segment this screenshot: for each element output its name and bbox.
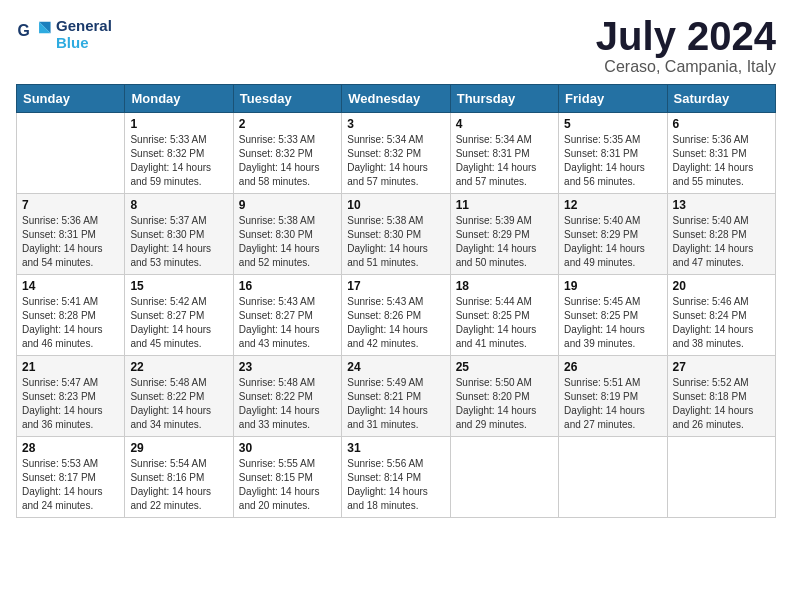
day-number: 6: [673, 117, 770, 131]
calendar-body: 1Sunrise: 5:33 AM Sunset: 8:32 PM Daylig…: [17, 113, 776, 518]
day-number: 14: [22, 279, 119, 293]
day-info: Sunrise: 5:36 AM Sunset: 8:31 PM Dayligh…: [22, 214, 119, 270]
calendar-cell: 19Sunrise: 5:45 AM Sunset: 8:25 PM Dayli…: [559, 275, 667, 356]
calendar-cell: 15Sunrise: 5:42 AM Sunset: 8:27 PM Dayli…: [125, 275, 233, 356]
calendar-cell: 24Sunrise: 5:49 AM Sunset: 8:21 PM Dayli…: [342, 356, 450, 437]
calendar-cell: 20Sunrise: 5:46 AM Sunset: 8:24 PM Dayli…: [667, 275, 775, 356]
header: G General Blue July 2024 Ceraso, Campani…: [16, 16, 776, 76]
day-number: 23: [239, 360, 336, 374]
calendar-cell: 3Sunrise: 5:34 AM Sunset: 8:32 PM Daylig…: [342, 113, 450, 194]
calendar-cell: 26Sunrise: 5:51 AM Sunset: 8:19 PM Dayli…: [559, 356, 667, 437]
day-info: Sunrise: 5:44 AM Sunset: 8:25 PM Dayligh…: [456, 295, 553, 351]
day-number: 27: [673, 360, 770, 374]
day-header-thursday: Thursday: [450, 85, 558, 113]
calendar-cell: 4Sunrise: 5:34 AM Sunset: 8:31 PM Daylig…: [450, 113, 558, 194]
day-header-monday: Monday: [125, 85, 233, 113]
day-info: Sunrise: 5:45 AM Sunset: 8:25 PM Dayligh…: [564, 295, 661, 351]
day-number: 31: [347, 441, 444, 455]
day-number: 11: [456, 198, 553, 212]
calendar-cell: 17Sunrise: 5:43 AM Sunset: 8:26 PM Dayli…: [342, 275, 450, 356]
day-info: Sunrise: 5:33 AM Sunset: 8:32 PM Dayligh…: [130, 133, 227, 189]
calendar-cell: 8Sunrise: 5:37 AM Sunset: 8:30 PM Daylig…: [125, 194, 233, 275]
day-number: 24: [347, 360, 444, 374]
day-info: Sunrise: 5:34 AM Sunset: 8:31 PM Dayligh…: [456, 133, 553, 189]
day-info: Sunrise: 5:50 AM Sunset: 8:20 PM Dayligh…: [456, 376, 553, 432]
calendar-title: July 2024: [596, 16, 776, 56]
day-number: 9: [239, 198, 336, 212]
day-info: Sunrise: 5:43 AM Sunset: 8:26 PM Dayligh…: [347, 295, 444, 351]
day-number: 10: [347, 198, 444, 212]
day-info: Sunrise: 5:53 AM Sunset: 8:17 PM Dayligh…: [22, 457, 119, 513]
day-header-tuesday: Tuesday: [233, 85, 341, 113]
calendar-week-4: 21Sunrise: 5:47 AM Sunset: 8:23 PM Dayli…: [17, 356, 776, 437]
day-info: Sunrise: 5:38 AM Sunset: 8:30 PM Dayligh…: [239, 214, 336, 270]
day-number: 13: [673, 198, 770, 212]
logo-icon: G: [16, 16, 52, 52]
calendar-cell: 23Sunrise: 5:48 AM Sunset: 8:22 PM Dayli…: [233, 356, 341, 437]
day-info: Sunrise: 5:34 AM Sunset: 8:32 PM Dayligh…: [347, 133, 444, 189]
logo: G General Blue: [16, 16, 112, 52]
day-info: Sunrise: 5:54 AM Sunset: 8:16 PM Dayligh…: [130, 457, 227, 513]
calendar-cell: 31Sunrise: 5:56 AM Sunset: 8:14 PM Dayli…: [342, 437, 450, 518]
day-number: 7: [22, 198, 119, 212]
calendar-cell: 25Sunrise: 5:50 AM Sunset: 8:20 PM Dayli…: [450, 356, 558, 437]
calendar-week-1: 1Sunrise: 5:33 AM Sunset: 8:32 PM Daylig…: [17, 113, 776, 194]
calendar-header-row: SundayMondayTuesdayWednesdayThursdayFrid…: [17, 85, 776, 113]
day-number: 5: [564, 117, 661, 131]
day-info: Sunrise: 5:49 AM Sunset: 8:21 PM Dayligh…: [347, 376, 444, 432]
calendar-cell: [667, 437, 775, 518]
calendar-cell: 2Sunrise: 5:33 AM Sunset: 8:32 PM Daylig…: [233, 113, 341, 194]
day-number: 21: [22, 360, 119, 374]
calendar-cell: [559, 437, 667, 518]
day-number: 22: [130, 360, 227, 374]
day-number: 30: [239, 441, 336, 455]
calendar-cell: 12Sunrise: 5:40 AM Sunset: 8:29 PM Dayli…: [559, 194, 667, 275]
day-number: 1: [130, 117, 227, 131]
day-number: 15: [130, 279, 227, 293]
calendar-week-2: 7Sunrise: 5:36 AM Sunset: 8:31 PM Daylig…: [17, 194, 776, 275]
day-info: Sunrise: 5:38 AM Sunset: 8:30 PM Dayligh…: [347, 214, 444, 270]
day-info: Sunrise: 5:40 AM Sunset: 8:29 PM Dayligh…: [564, 214, 661, 270]
calendar-week-5: 28Sunrise: 5:53 AM Sunset: 8:17 PM Dayli…: [17, 437, 776, 518]
day-info: Sunrise: 5:47 AM Sunset: 8:23 PM Dayligh…: [22, 376, 119, 432]
day-info: Sunrise: 5:55 AM Sunset: 8:15 PM Dayligh…: [239, 457, 336, 513]
day-number: 2: [239, 117, 336, 131]
calendar-cell: 1Sunrise: 5:33 AM Sunset: 8:32 PM Daylig…: [125, 113, 233, 194]
day-number: 3: [347, 117, 444, 131]
calendar-cell: 29Sunrise: 5:54 AM Sunset: 8:16 PM Dayli…: [125, 437, 233, 518]
day-info: Sunrise: 5:40 AM Sunset: 8:28 PM Dayligh…: [673, 214, 770, 270]
calendar-cell: [17, 113, 125, 194]
day-info: Sunrise: 5:37 AM Sunset: 8:30 PM Dayligh…: [130, 214, 227, 270]
calendar-cell: 22Sunrise: 5:48 AM Sunset: 8:22 PM Dayli…: [125, 356, 233, 437]
calendar-cell: 5Sunrise: 5:35 AM Sunset: 8:31 PM Daylig…: [559, 113, 667, 194]
calendar-cell: 16Sunrise: 5:43 AM Sunset: 8:27 PM Dayli…: [233, 275, 341, 356]
day-info: Sunrise: 5:43 AM Sunset: 8:27 PM Dayligh…: [239, 295, 336, 351]
day-info: Sunrise: 5:51 AM Sunset: 8:19 PM Dayligh…: [564, 376, 661, 432]
day-info: Sunrise: 5:36 AM Sunset: 8:31 PM Dayligh…: [673, 133, 770, 189]
calendar-cell: 28Sunrise: 5:53 AM Sunset: 8:17 PM Dayli…: [17, 437, 125, 518]
day-info: Sunrise: 5:52 AM Sunset: 8:18 PM Dayligh…: [673, 376, 770, 432]
logo-text: General Blue: [56, 17, 112, 51]
day-number: 12: [564, 198, 661, 212]
calendar-cell: [450, 437, 558, 518]
day-number: 26: [564, 360, 661, 374]
day-info: Sunrise: 5:48 AM Sunset: 8:22 PM Dayligh…: [239, 376, 336, 432]
calendar-week-3: 14Sunrise: 5:41 AM Sunset: 8:28 PM Dayli…: [17, 275, 776, 356]
day-info: Sunrise: 5:33 AM Sunset: 8:32 PM Dayligh…: [239, 133, 336, 189]
day-info: Sunrise: 5:35 AM Sunset: 8:31 PM Dayligh…: [564, 133, 661, 189]
calendar-cell: 7Sunrise: 5:36 AM Sunset: 8:31 PM Daylig…: [17, 194, 125, 275]
calendar-cell: 10Sunrise: 5:38 AM Sunset: 8:30 PM Dayli…: [342, 194, 450, 275]
day-number: 20: [673, 279, 770, 293]
day-number: 18: [456, 279, 553, 293]
day-header-friday: Friday: [559, 85, 667, 113]
day-number: 8: [130, 198, 227, 212]
day-info: Sunrise: 5:46 AM Sunset: 8:24 PM Dayligh…: [673, 295, 770, 351]
day-number: 17: [347, 279, 444, 293]
calendar-subtitle: Ceraso, Campania, Italy: [596, 58, 776, 76]
day-number: 25: [456, 360, 553, 374]
calendar-cell: 11Sunrise: 5:39 AM Sunset: 8:29 PM Dayli…: [450, 194, 558, 275]
day-number: 28: [22, 441, 119, 455]
day-number: 29: [130, 441, 227, 455]
calendar-cell: 14Sunrise: 5:41 AM Sunset: 8:28 PM Dayli…: [17, 275, 125, 356]
day-header-saturday: Saturday: [667, 85, 775, 113]
